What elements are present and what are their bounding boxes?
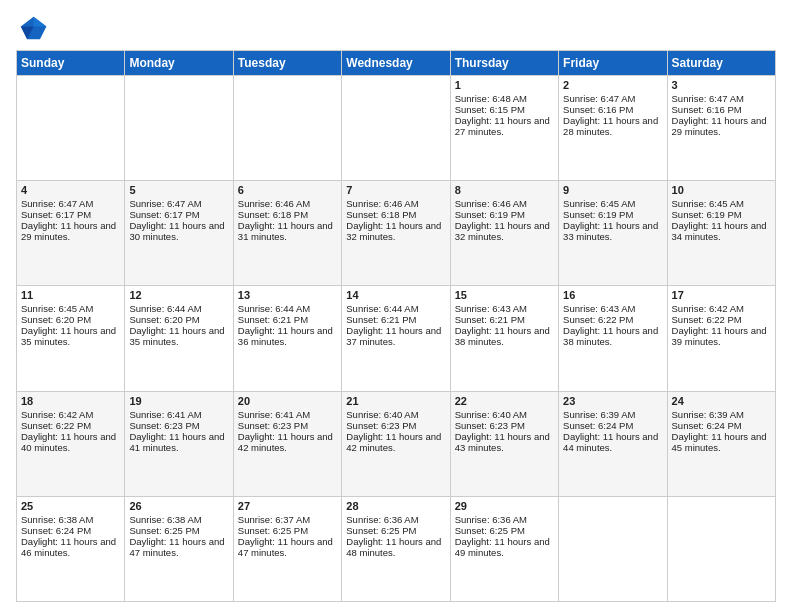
sunset-text: Sunset: 6:25 PM	[129, 525, 199, 536]
sunset-text: Sunset: 6:24 PM	[672, 420, 742, 431]
day-number: 8	[455, 184, 554, 196]
daylight-text: Daylight: 11 hours and 32 minutes.	[455, 220, 550, 242]
calendar-cell: 15Sunrise: 6:43 AMSunset: 6:21 PMDayligh…	[450, 286, 558, 391]
daylight-text: Daylight: 11 hours and 30 minutes.	[129, 220, 224, 242]
sunset-text: Sunset: 6:18 PM	[238, 209, 308, 220]
sunset-text: Sunset: 6:22 PM	[21, 420, 91, 431]
day-number: 15	[455, 289, 554, 301]
sunrise-text: Sunrise: 6:37 AM	[238, 514, 310, 525]
day-number: 13	[238, 289, 337, 301]
day-header-saturday: Saturday	[667, 51, 775, 76]
daylight-text: Daylight: 11 hours and 29 minutes.	[672, 115, 767, 137]
sunrise-text: Sunrise: 6:41 AM	[238, 409, 310, 420]
sunset-text: Sunset: 6:20 PM	[129, 314, 199, 325]
sunset-text: Sunset: 6:25 PM	[238, 525, 308, 536]
page: SundayMondayTuesdayWednesdayThursdayFrid…	[0, 0, 792, 612]
calendar-table: SundayMondayTuesdayWednesdayThursdayFrid…	[16, 50, 776, 602]
calendar-cell: 26Sunrise: 6:38 AMSunset: 6:25 PMDayligh…	[125, 496, 233, 601]
calendar-cell: 24Sunrise: 6:39 AMSunset: 6:24 PMDayligh…	[667, 391, 775, 496]
sunrise-text: Sunrise: 6:46 AM	[238, 198, 310, 209]
sunrise-text: Sunrise: 6:43 AM	[563, 303, 635, 314]
sunset-text: Sunset: 6:23 PM	[455, 420, 525, 431]
daylight-text: Daylight: 11 hours and 35 minutes.	[129, 325, 224, 347]
calendar-cell	[125, 76, 233, 181]
sunset-text: Sunset: 6:19 PM	[672, 209, 742, 220]
day-number: 24	[672, 395, 771, 407]
sunrise-text: Sunrise: 6:38 AM	[129, 514, 201, 525]
sunrise-text: Sunrise: 6:46 AM	[346, 198, 418, 209]
day-header-thursday: Thursday	[450, 51, 558, 76]
header	[16, 12, 776, 44]
calendar-cell: 6Sunrise: 6:46 AMSunset: 6:18 PMDaylight…	[233, 181, 341, 286]
daylight-text: Daylight: 11 hours and 36 minutes.	[238, 325, 333, 347]
daylight-text: Daylight: 11 hours and 27 minutes.	[455, 115, 550, 137]
calendar-cell: 11Sunrise: 6:45 AMSunset: 6:20 PMDayligh…	[17, 286, 125, 391]
sunset-text: Sunset: 6:24 PM	[563, 420, 633, 431]
daylight-text: Daylight: 11 hours and 48 minutes.	[346, 536, 441, 558]
day-number: 26	[129, 500, 228, 512]
day-number: 3	[672, 79, 771, 91]
sunrise-text: Sunrise: 6:43 AM	[455, 303, 527, 314]
sunset-text: Sunset: 6:23 PM	[238, 420, 308, 431]
calendar-cell	[17, 76, 125, 181]
day-number: 29	[455, 500, 554, 512]
logo	[16, 12, 52, 44]
sunrise-text: Sunrise: 6:41 AM	[129, 409, 201, 420]
daylight-text: Daylight: 11 hours and 44 minutes.	[563, 431, 658, 453]
daylight-text: Daylight: 11 hours and 35 minutes.	[21, 325, 116, 347]
day-number: 25	[21, 500, 120, 512]
daylight-text: Daylight: 11 hours and 28 minutes.	[563, 115, 658, 137]
sunrise-text: Sunrise: 6:39 AM	[563, 409, 635, 420]
daylight-text: Daylight: 11 hours and 49 minutes.	[455, 536, 550, 558]
calendar-cell: 29Sunrise: 6:36 AMSunset: 6:25 PMDayligh…	[450, 496, 558, 601]
day-number: 19	[129, 395, 228, 407]
day-number: 1	[455, 79, 554, 91]
calendar-cell: 13Sunrise: 6:44 AMSunset: 6:21 PMDayligh…	[233, 286, 341, 391]
sunset-text: Sunset: 6:19 PM	[455, 209, 525, 220]
sunset-text: Sunset: 6:23 PM	[129, 420, 199, 431]
daylight-text: Daylight: 11 hours and 42 minutes.	[346, 431, 441, 453]
logo-icon	[16, 12, 48, 44]
calendar-cell: 21Sunrise: 6:40 AMSunset: 6:23 PMDayligh…	[342, 391, 450, 496]
sunset-text: Sunset: 6:20 PM	[21, 314, 91, 325]
sunrise-text: Sunrise: 6:46 AM	[455, 198, 527, 209]
day-number: 4	[21, 184, 120, 196]
day-number: 17	[672, 289, 771, 301]
daylight-text: Daylight: 11 hours and 29 minutes.	[21, 220, 116, 242]
calendar-cell: 12Sunrise: 6:44 AMSunset: 6:20 PMDayligh…	[125, 286, 233, 391]
calendar-cell	[667, 496, 775, 601]
sunset-text: Sunset: 6:25 PM	[455, 525, 525, 536]
sunrise-text: Sunrise: 6:42 AM	[21, 409, 93, 420]
calendar-cell: 10Sunrise: 6:45 AMSunset: 6:19 PMDayligh…	[667, 181, 775, 286]
day-number: 10	[672, 184, 771, 196]
calendar-cell: 16Sunrise: 6:43 AMSunset: 6:22 PMDayligh…	[559, 286, 667, 391]
sunset-text: Sunset: 6:15 PM	[455, 104, 525, 115]
sunrise-text: Sunrise: 6:44 AM	[129, 303, 201, 314]
week-row-3: 18Sunrise: 6:42 AMSunset: 6:22 PMDayligh…	[17, 391, 776, 496]
day-number: 16	[563, 289, 662, 301]
daylight-text: Daylight: 11 hours and 39 minutes.	[672, 325, 767, 347]
sunrise-text: Sunrise: 6:47 AM	[21, 198, 93, 209]
day-header-friday: Friday	[559, 51, 667, 76]
day-number: 28	[346, 500, 445, 512]
calendar-cell: 2Sunrise: 6:47 AMSunset: 6:16 PMDaylight…	[559, 76, 667, 181]
calendar-cell: 7Sunrise: 6:46 AMSunset: 6:18 PMDaylight…	[342, 181, 450, 286]
calendar-cell: 27Sunrise: 6:37 AMSunset: 6:25 PMDayligh…	[233, 496, 341, 601]
day-header-sunday: Sunday	[17, 51, 125, 76]
calendar-cell: 4Sunrise: 6:47 AMSunset: 6:17 PMDaylight…	[17, 181, 125, 286]
svg-marker-1	[34, 17, 47, 27]
calendar-cell: 8Sunrise: 6:46 AMSunset: 6:19 PMDaylight…	[450, 181, 558, 286]
day-number: 12	[129, 289, 228, 301]
daylight-text: Daylight: 11 hours and 33 minutes.	[563, 220, 658, 242]
sunset-text: Sunset: 6:17 PM	[21, 209, 91, 220]
calendar-cell: 1Sunrise: 6:48 AMSunset: 6:15 PMDaylight…	[450, 76, 558, 181]
week-row-4: 25Sunrise: 6:38 AMSunset: 6:24 PMDayligh…	[17, 496, 776, 601]
sunset-text: Sunset: 6:16 PM	[563, 104, 633, 115]
daylight-text: Daylight: 11 hours and 45 minutes.	[672, 431, 767, 453]
sunrise-text: Sunrise: 6:45 AM	[563, 198, 635, 209]
day-number: 22	[455, 395, 554, 407]
calendar-cell	[233, 76, 341, 181]
sunrise-text: Sunrise: 6:38 AM	[21, 514, 93, 525]
day-number: 6	[238, 184, 337, 196]
calendar-cell	[559, 496, 667, 601]
